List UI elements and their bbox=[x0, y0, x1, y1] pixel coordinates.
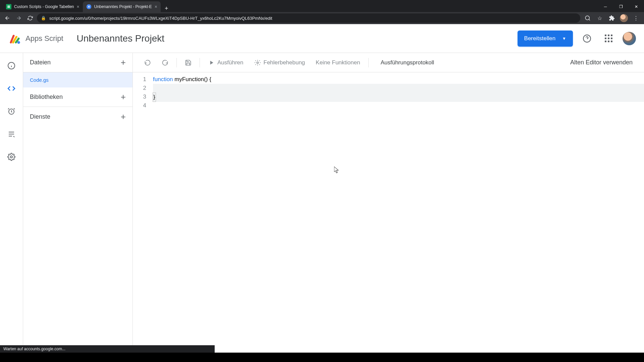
browser-address-bar: 🔒 script.google.com/u/0/home/projects/19… bbox=[0, 12, 644, 24]
lock-icon: 🔒 bbox=[41, 16, 46, 20]
add-file-button[interactable]: + bbox=[121, 57, 126, 68]
tab-title: Custom Scripts - Google Tabellen bbox=[14, 4, 74, 9]
browser-tab-2[interactable]: Unbenanntes Projekt - Projekt-E × bbox=[83, 1, 161, 12]
taskbar-area bbox=[0, 353, 644, 362]
overview-nav[interactable] bbox=[5, 59, 18, 72]
file-sidebar: Dateien + Code.gs Bibliotheken + Dienste… bbox=[23, 53, 133, 353]
bookmark-icon[interactable]: ☆ bbox=[594, 13, 605, 23]
apps-script-icon bbox=[86, 4, 92, 9]
minimize-button[interactable]: ─ bbox=[598, 1, 613, 12]
file-item-code[interactable]: Code.gs bbox=[23, 72, 132, 87]
editor-area: Ausführen Fehlerbehebung Keine Funktione… bbox=[133, 53, 644, 353]
settings-nav[interactable] bbox=[5, 150, 18, 164]
url-text: script.google.com/u/0/home/projects/19lr… bbox=[49, 16, 272, 21]
add-library-button[interactable]: + bbox=[121, 92, 126, 102]
legacy-label: Alten Editor verwenden bbox=[570, 59, 633, 66]
function-selector[interactable]: Keine Funktionen bbox=[311, 56, 365, 69]
log-label: Ausführungsprotokoll bbox=[381, 59, 434, 66]
code-content[interactable]: function myFunction() { } bbox=[153, 75, 644, 353]
line-number-gutter: 1 2 3 4 bbox=[133, 75, 153, 353]
forward-button[interactable] bbox=[14, 13, 23, 23]
run-button[interactable]: Ausführen bbox=[203, 56, 248, 69]
redo-button[interactable] bbox=[157, 56, 173, 69]
svg-point-11 bbox=[257, 62, 258, 63]
libraries-section-header: Bibliotheken + bbox=[23, 87, 132, 107]
menu-icon[interactable]: ⋮ bbox=[631, 13, 641, 23]
svg-point-5 bbox=[585, 16, 589, 20]
run-label: Ausführen bbox=[217, 59, 244, 66]
code-editor[interactable]: 1 2 3 4 function myFunction() { } bbox=[133, 72, 644, 353]
save-button[interactable] bbox=[180, 56, 196, 69]
sheets-icon bbox=[6, 4, 11, 9]
window-controls: ─ ❐ ✕ bbox=[598, 1, 644, 12]
svg-point-10 bbox=[10, 156, 12, 158]
chevron-down-icon: ▼ bbox=[562, 36, 566, 41]
close-icon[interactable]: × bbox=[77, 4, 79, 9]
execution-log-button[interactable]: Ausführungsprotokoll bbox=[376, 56, 439, 69]
new-tab-button[interactable]: + bbox=[161, 5, 172, 12]
deploy-button[interactable]: Bereitstellen ▼ bbox=[518, 31, 573, 47]
tab-title: Unbenanntes Projekt - Projekt-E bbox=[94, 4, 152, 9]
account-avatar[interactable] bbox=[623, 32, 636, 45]
undo-button[interactable] bbox=[140, 56, 156, 69]
help-button[interactable] bbox=[580, 31, 594, 46]
left-nav-rail bbox=[0, 53, 23, 353]
editor-toolbar: Ausführen Fehlerbehebung Keine Funktione… bbox=[133, 53, 644, 72]
close-icon[interactable]: × bbox=[155, 4, 157, 9]
files-section-header: Dateien + bbox=[23, 53, 132, 72]
project-title[interactable]: Unbenanntes Projekt bbox=[77, 33, 165, 44]
browser-tab-1[interactable]: Custom Scripts - Google Tabellen × bbox=[3, 1, 83, 12]
browser-tab-strip: Custom Scripts - Google Tabellen × Unben… bbox=[0, 0, 644, 12]
legacy-editor-button[interactable]: Alten Editor verwenden bbox=[566, 56, 637, 69]
apps-menu-button[interactable] bbox=[601, 31, 616, 46]
maximize-button[interactable]: ❐ bbox=[613, 1, 629, 12]
zoom-icon[interactable] bbox=[582, 13, 593, 23]
app-name: Apps Script bbox=[25, 34, 63, 43]
profile-avatar[interactable] bbox=[619, 13, 629, 23]
services-section-header: Dienste + bbox=[23, 107, 132, 126]
add-service-button[interactable]: + bbox=[121, 112, 126, 122]
editor-nav[interactable] bbox=[5, 82, 18, 95]
debug-button[interactable]: Fehlerbehebung bbox=[250, 56, 310, 69]
triggers-nav[interactable] bbox=[5, 105, 18, 118]
svg-point-6 bbox=[17, 41, 20, 44]
executions-nav[interactable] bbox=[5, 127, 18, 141]
nofunc-label: Keine Funktionen bbox=[316, 59, 360, 66]
apps-script-logo bbox=[8, 32, 21, 45]
back-button[interactable] bbox=[3, 13, 12, 23]
url-input[interactable]: 🔒 script.google.com/u/0/home/projects/19… bbox=[37, 13, 580, 23]
files-label: Dateien bbox=[30, 59, 51, 66]
close-window-button[interactable]: ✕ bbox=[629, 1, 644, 12]
services-label: Dienste bbox=[30, 113, 50, 120]
reload-button[interactable] bbox=[25, 13, 35, 23]
debug-label: Fehlerbehebung bbox=[264, 59, 305, 66]
extensions-icon[interactable] bbox=[606, 13, 617, 23]
browser-status-bar: Warten auf accounts.google.com... bbox=[0, 345, 215, 353]
app-header: Apps Script Unbenanntes Projekt Bereitst… bbox=[0, 24, 644, 53]
libraries-label: Bibliotheken bbox=[30, 94, 63, 101]
deploy-label: Bereitstellen bbox=[524, 35, 556, 42]
